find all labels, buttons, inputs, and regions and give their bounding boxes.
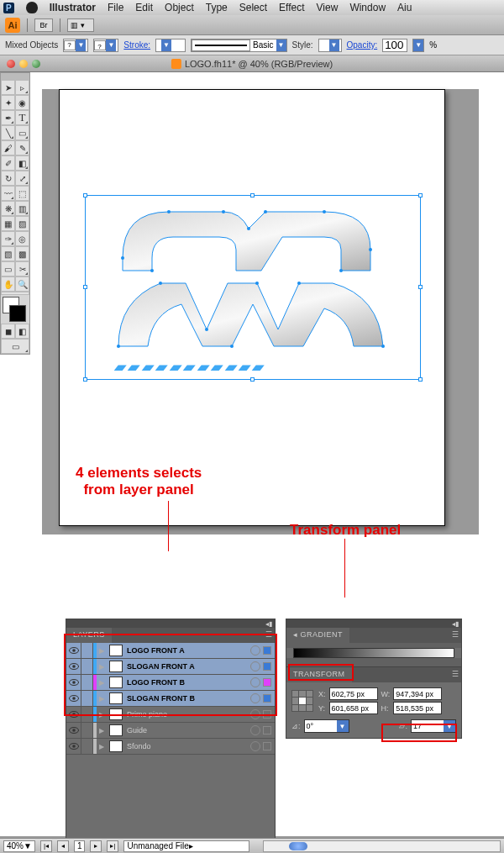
layer-name[interactable]: Guide (125, 726, 250, 735)
stroke-weight-dropdown[interactable]: ▼ (155, 39, 186, 52)
stroke-link[interactable]: Stroke: (123, 40, 150, 50)
bridge-button[interactable]: Br (34, 18, 53, 32)
expand-arrow[interactable]: ▶ (97, 647, 107, 655)
target-icon[interactable] (250, 677, 260, 687)
hand-tool[interactable]: ✋ (1, 276, 15, 292)
blob-brush-tool[interactable]: ✐ (1, 155, 15, 171)
shear-dropdown[interactable]: ▼ (411, 719, 456, 733)
target-icon[interactable] (250, 645, 260, 656)
layer-name[interactable]: Sfondo (125, 742, 250, 750)
layer-name[interactable]: Primo piano (125, 710, 250, 719)
selection-indicator[interactable] (263, 742, 271, 750)
layer-name[interactable]: SLOGAN FRONT B (125, 694, 250, 703)
target-icon[interactable] (250, 661, 260, 671)
visibility-toggle[interactable] (66, 691, 81, 706)
layer-row[interactable]: ▶LOGO FRONT B (66, 675, 275, 691)
layer-row[interactable]: ▶Primo piano (66, 707, 275, 723)
layer-row[interactable]: ▶Sfondo (66, 739, 275, 755)
first-artboard-button[interactable]: |◂ (40, 840, 52, 852)
lock-toggle[interactable] (81, 659, 93, 674)
lock-toggle[interactable] (81, 739, 93, 754)
selection-indicator[interactable] (263, 662, 271, 671)
x-input[interactable] (329, 687, 378, 700)
opacity-input[interactable] (382, 39, 407, 52)
visibility-toggle[interactable] (66, 659, 81, 674)
menu-effect[interactable]: Effect (279, 2, 304, 13)
expand-arrow[interactable]: ▶ (97, 695, 107, 703)
selection-indicator[interactable] (263, 726, 271, 735)
menu-select[interactable]: Select (239, 2, 267, 13)
lasso-tool[interactable]: ◉ (15, 95, 29, 110)
expand-arrow[interactable]: ▶ (97, 727, 107, 735)
layer-name[interactable]: LOGO FRONT A (125, 646, 250, 655)
last-artboard-button[interactable]: ▸| (107, 840, 118, 852)
pencil-tool[interactable]: ✎ (15, 140, 29, 155)
visibility-toggle[interactable] (66, 739, 81, 754)
blend-tool[interactable]: ◎ (15, 231, 29, 246)
target-icon[interactable] (250, 741, 260, 751)
eyedropper-tool[interactable]: ✑ (1, 231, 15, 246)
target-icon[interactable] (250, 725, 260, 735)
live-paint-tool[interactable]: ▧ (1, 246, 15, 261)
color-mode[interactable]: ◼ (1, 324, 15, 339)
selection-indicator[interactable] (263, 678, 271, 687)
layer-row[interactable]: ▶Guide (66, 723, 275, 739)
zoom-tool[interactable]: 🔍 (15, 276, 29, 292)
direct-selection-tool[interactable]: ▹ (15, 80, 29, 95)
style-dropdown[interactable]: ▼ (318, 39, 342, 52)
menu-file[interactable]: File (108, 2, 123, 13)
expand-arrow[interactable]: ▶ (97, 711, 107, 719)
layer-row[interactable]: ▶SLOGAN FRONT B (66, 691, 275, 707)
selection-indicator[interactable] (263, 710, 271, 719)
slice-tool[interactable]: ✂ (15, 261, 29, 276)
rotate-tool[interactable]: ↻ (1, 171, 15, 186)
visibility-toggle[interactable] (66, 643, 81, 658)
document-status[interactable]: Unmanaged File ▸ (123, 840, 249, 852)
live-paint-selection-tool[interactable]: ▩ (15, 246, 29, 261)
menu-edit[interactable]: Edit (135, 2, 153, 13)
menu-window[interactable]: Window (349, 2, 386, 13)
layer-row[interactable]: ▶SLOGAN FRONT A (66, 659, 275, 675)
lock-toggle[interactable] (81, 691, 93, 706)
panel-flyout-menu[interactable]: ☰ (352, 667, 462, 682)
screen-mode[interactable]: ▭ (1, 339, 29, 354)
gradient-mode[interactable]: ◧ (15, 324, 29, 339)
prev-artboard-button[interactable]: ◂ (57, 840, 69, 852)
graph-tool[interactable]: ▥ (15, 201, 29, 216)
panel-flyout-menu[interactable]: ☰ (112, 628, 275, 643)
menu-object[interactable]: Object (165, 2, 194, 13)
gradient-tab[interactable]: ◂ GRADIENT (286, 628, 349, 643)
magic-wand-tool[interactable]: ✦ (1, 95, 15, 110)
free-transform-tool[interactable]: ⬚ (15, 186, 29, 201)
visibility-toggle[interactable] (66, 723, 81, 738)
lock-toggle[interactable] (81, 643, 93, 658)
expand-arrow[interactable]: ▶ (97, 743, 107, 750)
transform-tab[interactable]: TRANSFORM (286, 667, 352, 682)
symbol-sprayer-tool[interactable]: ❋ (1, 201, 15, 216)
w-input[interactable] (393, 687, 442, 700)
layer-name[interactable]: LOGO FRONT B (125, 678, 250, 687)
lock-toggle[interactable] (81, 707, 93, 722)
selection-indicator[interactable] (263, 694, 271, 703)
warp-tool[interactable]: 〰 (1, 186, 15, 201)
pen-tool[interactable]: ✒ (1, 110, 15, 125)
panel-menu-icon[interactable]: ◂▮ (452, 620, 459, 628)
brush-dropdown[interactable]: Basic▼ (191, 39, 286, 52)
menu-app[interactable]: Illustrator (50, 2, 96, 13)
paintbrush-tool[interactable]: 🖌 (1, 140, 15, 155)
arrange-dropdown[interactable]: ▥ ▾ (67, 18, 94, 32)
eraser-tool[interactable]: ◧ (15, 155, 29, 171)
color-swatches[interactable] (1, 295, 29, 324)
rotate-dropdown[interactable]: ▼ (304, 719, 349, 733)
line-tool[interactable]: ╲ (1, 125, 15, 140)
artboard-tool[interactable]: ▭ (1, 261, 15, 276)
zoom-button[interactable] (32, 60, 40, 68)
scale-tool[interactable]: ⤢ (15, 171, 29, 186)
panel-menu-icon[interactable]: ◂▮ (265, 620, 272, 628)
selection-indicator[interactable] (263, 646, 271, 655)
artboard-number[interactable]: 1 (74, 840, 86, 852)
visibility-toggle[interactable] (66, 675, 81, 690)
menu-type[interactable]: Type (206, 2, 228, 13)
layer-row[interactable]: ▶LOGO FRONT A (66, 643, 275, 659)
lock-toggle[interactable] (81, 675, 93, 690)
